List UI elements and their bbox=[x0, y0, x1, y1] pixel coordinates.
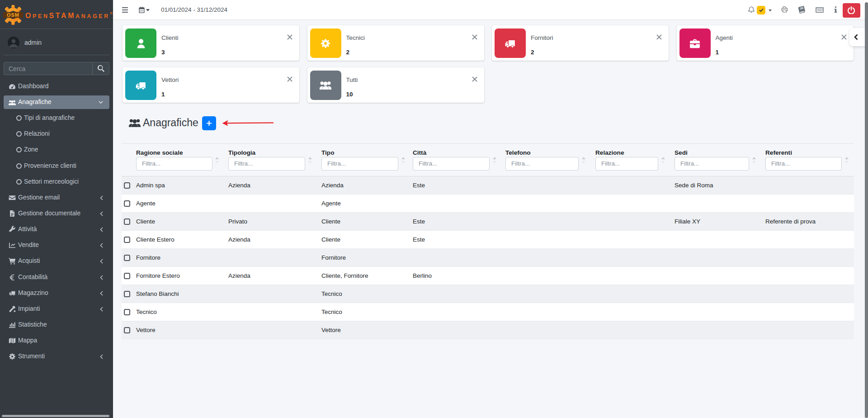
svg-text:OSM: OSM bbox=[7, 12, 19, 18]
